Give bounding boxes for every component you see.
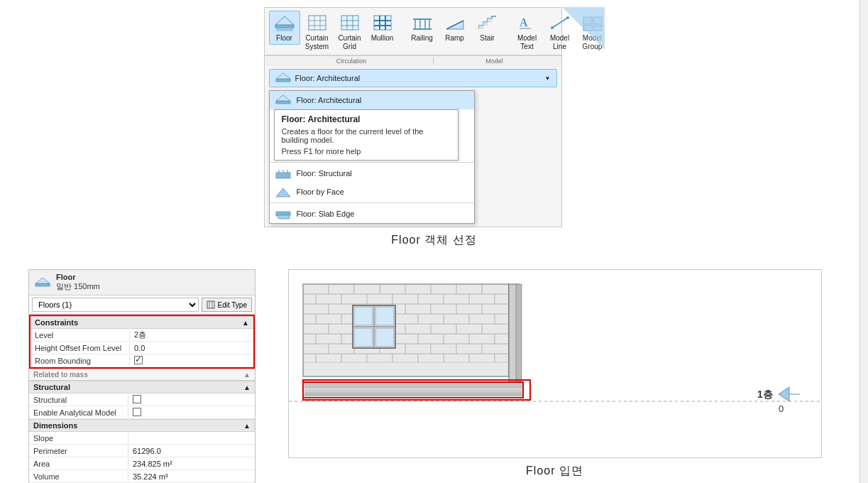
level-value: 2층 [130, 329, 253, 341]
svg-rect-56 [303, 284, 509, 376]
prop-selector-row: Floors (1) Edit Type [29, 295, 255, 315]
bottom-section: Floor 일반 150mm Floors (1) Edit Type [0, 255, 868, 483]
edit-type-label: Edit Type [217, 301, 247, 309]
constraints-collapse-icon[interactable]: ▲ [242, 319, 249, 327]
structural-collapse-icon[interactable]: ▲ [243, 384, 251, 391]
model-section-label: Model [434, 58, 556, 65]
related-collapse-icon[interactable]: ▲ [243, 371, 251, 379]
floor-by-face-label: Floor by Face [297, 188, 344, 196]
dropdown-sep-2 [270, 202, 474, 203]
analytical-row: Enable Analytical Model [29, 406, 255, 419]
floor-slab-edge-icon [275, 207, 291, 220]
dropdown-floor-arch[interactable]: Floor: Architectural [270, 91, 474, 109]
dropdown-floor-structural[interactable]: Floor: Structural [270, 164, 474, 183]
model-text-button[interactable]: A ModelText [512, 11, 543, 53]
edit-type-button[interactable]: Edit Type [202, 298, 252, 312]
curtain-grid-button[interactable]: CurtainGrid [334, 11, 366, 53]
elevation-container: 1층 0 [288, 269, 822, 458]
ramp-button[interactable]: Ramp [439, 11, 471, 45]
curtain-system-icon [306, 13, 329, 33]
scrollbar[interactable] [859, 0, 868, 483]
slope-row: Slope [29, 432, 255, 445]
area-row: Area 234.825 m² [29, 457, 255, 470]
svg-point-32 [551, 26, 554, 29]
svg-rect-40 [276, 101, 290, 104]
level-label: Level [31, 330, 130, 340]
top-caption: Floor 객체 선정 [391, 233, 476, 248]
model-text-icon: A [516, 13, 539, 33]
svg-rect-131 [375, 328, 394, 347]
constraints-label: Constraints [35, 318, 78, 327]
stair-button[interactable]: Stair [472, 11, 503, 45]
mullion-label: Mullion [371, 34, 394, 43]
structural-section: Structural ▲ Structural Enable Analytica… [29, 381, 255, 419]
floor-structural-icon [275, 167, 291, 180]
room-bounding-row: Room Bounding [31, 354, 253, 367]
svg-text:A: A [520, 16, 528, 28]
ramp-icon [444, 13, 466, 33]
area-value: 234.825 m² [128, 459, 255, 469]
svg-text:1층: 1층 [757, 389, 773, 400]
top-section: Floor CurtainSystem [0, 0, 868, 248]
floors-selector[interactable]: Floors (1) [32, 298, 199, 312]
svg-rect-28 [488, 18, 492, 22]
curtain-system-label: CurtainSystem [305, 34, 329, 51]
height-offset-row: Height Offset From Level 0.0 [31, 342, 253, 354]
analytical-checkbox[interactable] [133, 408, 141, 416]
svg-rect-47 [276, 212, 290, 215]
dropdown-floor-by-face[interactable]: Floor by Face [270, 183, 474, 201]
railing-button[interactable]: Railing [407, 11, 438, 45]
floor-arch-button[interactable]: Floor: Architectural ▼ [269, 69, 557, 87]
edit-type-icon [207, 300, 215, 309]
tooltip-help: Press F1 for more help [282, 147, 451, 156]
room-bounding-checkbox[interactable] [134, 356, 143, 364]
dropdown-sep-1 [270, 162, 474, 163]
prop-category: Floor [56, 273, 100, 281]
mullion-icon [371, 13, 394, 33]
structural-prop-value [128, 394, 255, 406]
stair-icon [476, 13, 499, 33]
elevation-drawing: 1층 0 [289, 270, 821, 455]
dimensions-section: Dimensions ▲ Slope Perimeter 61296.0 Are… [29, 419, 255, 483]
svg-marker-2 [275, 16, 294, 25]
svg-rect-52 [207, 301, 214, 308]
ribbon-section-labels: Circulation Model [265, 55, 561, 66]
dimensions-header: Dimensions ▲ [29, 419, 255, 432]
structural-row: Structural [29, 394, 255, 406]
svg-rect-13 [374, 16, 391, 30]
constraints-section: Constraints ▲ Level 2층 Height Offset Fro… [29, 315, 255, 369]
dimensions-collapse-icon[interactable]: ▲ [243, 422, 251, 430]
curtain-system-button[interactable]: CurtainSystem [302, 11, 333, 53]
analytical-value [128, 407, 255, 418]
svg-rect-136 [304, 388, 522, 392]
perimeter-value: 61296.0 [128, 446, 255, 456]
svg-marker-46 [276, 188, 290, 197]
prop-header-texts: Floor 일반 150mm [56, 273, 100, 292]
elevation-wrapper: 1층 0 Floor 입면 [270, 269, 840, 479]
svg-rect-1 [277, 28, 292, 31]
volume-value: 35.224 m³ [128, 472, 255, 482]
railing-icon [411, 13, 434, 33]
tooltip-title: Floor: Architectural [282, 114, 451, 124]
floor-icon [273, 13, 296, 33]
floor-arch-label: Floor: Architectural [295, 74, 361, 82]
mullion-button[interactable]: Mullion [367, 11, 398, 45]
volume-row: Volume 35.224 m³ [29, 470, 255, 483]
floor-structural-label: Floor: Structural [297, 169, 352, 178]
structural-checkbox[interactable] [133, 395, 141, 403]
svg-rect-128 [354, 307, 373, 325]
circulation-label: Circulation [270, 58, 434, 65]
height-offset-label: Height Offset From Level [31, 343, 130, 353]
properties-wrapper: Floor 일반 150mm Floors (1) Edit Type [28, 269, 256, 483]
svg-rect-0 [275, 25, 294, 28]
ribbon-toolbar: Floor CurtainSystem [265, 8, 561, 55]
height-offset-value: 0.0 [130, 343, 253, 353]
floor-button[interactable]: Floor [269, 11, 300, 45]
svg-rect-42 [276, 173, 290, 178]
area-label: Area [29, 459, 128, 469]
structural-header: Structural ▲ [29, 381, 255, 394]
dropdown-floor-slab-edge[interactable]: Floor: Slab Edge [270, 205, 474, 223]
floor-slab-edge-label: Floor: Slab Edge [297, 210, 355, 218]
svg-rect-38 [276, 79, 290, 82]
room-bounding-label: Room Bounding [31, 356, 130, 366]
